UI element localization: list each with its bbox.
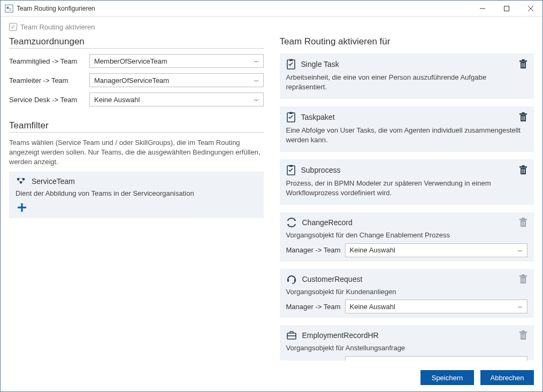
dropdown-value: Keine Auswahl (350, 359, 518, 360)
clipboard-icon (286, 59, 296, 70)
svg-rect-19 (519, 113, 527, 115)
delete-button (519, 330, 527, 340)
activate-team-routing-checkbox: ✓ Team Routing aktivieren (9, 23, 534, 31)
workflow-card-title: Taskpaket (301, 113, 335, 121)
teamfilter-card: ServiceTeam Dient der Abbildung von Team… (9, 172, 264, 219)
delete-button (519, 274, 527, 284)
svg-rect-39 (294, 279, 296, 282)
activate-for-title: Team Routing aktivieren für (280, 36, 534, 47)
chevron-down-icon: ⌄ (251, 98, 261, 102)
svg-rect-12 (522, 59, 525, 60)
svg-rect-41 (519, 275, 527, 277)
chevron-down-icon: ⌄ (515, 305, 525, 309)
delete-button[interactable] (519, 165, 527, 175)
svg-rect-9 (289, 59, 293, 62)
workflow-card-title: ChangeRecord (302, 218, 353, 227)
checkbox-icon: ✓ (9, 23, 17, 31)
workflow-card: Single TaskArbeitseinheit, die eine von … (280, 53, 534, 99)
svg-rect-27 (519, 166, 527, 168)
workflow-card-title: Single Task (301, 60, 339, 68)
manager-team-label: Manager -> Team (286, 359, 345, 360)
team-icon (16, 177, 26, 186)
left-column: Teamzuordnungen Teammitglied -> Team Mem… (9, 36, 264, 360)
dropdown-value: Keine Auswahl (350, 303, 518, 311)
delete-button[interactable] (519, 112, 527, 122)
minimize-button[interactable] (470, 1, 494, 16)
team-assignment-dropdown-2[interactable]: Keine Auswahl ⌄ (89, 93, 264, 106)
team-assignment-label-1: Teamleiter -> Team (9, 76, 89, 84)
manager-team-row: Manager -> TeamKeine Auswahl⌄ (286, 356, 528, 360)
workflow-card-desc: Prozess, der in BPMN Modeler zur spätere… (286, 179, 528, 197)
titlebar: Team Routing konfigurieren (1, 1, 542, 17)
workflow-card-desc: Eine Abfolge von User Tasks, die vom Age… (286, 126, 528, 144)
workflow-card-title: EmploymentRecordHR (302, 331, 379, 340)
workflow-items-list: Single TaskArbeitseinheit, die eine von … (280, 53, 534, 360)
svg-rect-20 (522, 112, 525, 113)
workflow-card: TaskpaketEine Abfolge von User Tasks, di… (280, 106, 534, 152)
workflow-card-desc: Vorgangsobjekt für Anstellungsanfrage (286, 343, 528, 353)
dropdown-value: MemberOfServiceTeam (94, 57, 254, 65)
dropdown-value: ManagerOfServiceTeam (94, 76, 254, 84)
svg-rect-50 (522, 330, 525, 332)
manager-team-row: Manager -> TeamKeine Auswahl⌄ (286, 243, 528, 257)
team-assignments-title: Teamzuordnungen (9, 36, 264, 47)
workflow-card-desc: Vorgangsobjekt für den Change Enablement… (286, 230, 528, 240)
clipboard-icon (286, 165, 296, 175)
manager-team-label: Manager -> Team (286, 303, 345, 311)
team-assignment-row-2: Service Desk -> Team Keine Auswahl ⌄ (9, 93, 264, 106)
divider (9, 132, 264, 133)
delete-button (519, 218, 527, 227)
activate-label: Team Routing aktivieren (20, 23, 95, 31)
svg-rect-42 (522, 274, 525, 275)
close-button[interactable] (518, 1, 542, 16)
teamfilter-card-desc: Dient der Abbildung von Teams in der Ser… (16, 189, 257, 198)
workflow-card-desc: Arbeitseinheit, die eine von einer Perso… (286, 73, 528, 91)
workflow-card-title: Subprocess (301, 166, 341, 174)
svg-rect-11 (519, 60, 527, 62)
svg-rect-2 (504, 6, 509, 11)
workflow-card: SubprocessProzess, der in BPMN Modeler z… (280, 159, 534, 205)
save-button[interactable]: Speichern (420, 370, 474, 385)
teamfilter-title: Teamfilter (9, 120, 264, 131)
delete-button[interactable] (519, 59, 527, 69)
team-assignment-label-0: Teammitglied -> Team (9, 57, 89, 65)
workflow-card-title: CustomerRequest (302, 275, 363, 283)
maximize-button[interactable] (494, 1, 518, 16)
team-assignment-row-0: Teammitglied -> Team MemberOfServiceTeam… (9, 54, 264, 68)
teamfilter-card-title: ServiceTeam (32, 177, 75, 186)
cycle-icon (286, 218, 297, 227)
footer: Speichern Abbrechen (1, 367, 542, 391)
manager-team-dropdown[interactable]: Keine Auswahl⌄ (345, 243, 528, 257)
workflow-card: EmploymentRecordHRVorgangsobjekt für Ans… (280, 325, 534, 360)
dropdown-value: Keine Auswahl (94, 96, 254, 104)
window-title: Team Routing konfigurieren (17, 5, 470, 12)
manager-team-label: Manager -> Team (286, 246, 345, 254)
team-assignment-dropdown-0[interactable]: MemberOfServiceTeam ⌄ (89, 54, 264, 68)
briefcase-icon (286, 330, 297, 340)
divider (9, 48, 264, 49)
chevron-down-icon: ⌄ (515, 248, 525, 252)
team-assignment-row-1: Teamleiter -> Team ManagerOfServiceTeam … (9, 73, 264, 87)
clipboard-icon (286, 112, 296, 122)
workflow-card-desc: Vorgangsobjekt für Kundenanliegen (286, 287, 528, 297)
headset-icon (286, 274, 297, 284)
manager-team-dropdown[interactable]: Keine Auswahl⌄ (345, 299, 528, 313)
workflow-card: ChangeRecordVorgangsobjekt für den Chang… (280, 212, 534, 262)
team-assignment-dropdown-1[interactable]: ManagerOfServiceTeam ⌄ (89, 73, 264, 87)
svg-rect-34 (522, 218, 525, 219)
svg-rect-33 (519, 219, 527, 220)
dropdown-value: Keine Auswahl (350, 246, 518, 254)
svg-rect-25 (289, 165, 293, 167)
workflow-card: CustomerRequestVorgangsobjekt für Kunden… (280, 269, 534, 318)
svg-rect-49 (519, 332, 527, 333)
team-assignment-label-2: Service Desk -> Team (9, 96, 89, 104)
chevron-down-icon: ⌄ (251, 79, 261, 82)
teamfilter-help: Teams wählen (Service Team und / oder Sk… (9, 138, 264, 167)
cancel-button[interactable]: Abbrechen (480, 370, 534, 385)
add-teamfilter-button[interactable] (16, 201, 28, 214)
svg-rect-28 (522, 165, 525, 166)
manager-team-dropdown[interactable]: Keine Auswahl⌄ (345, 356, 528, 360)
svg-rect-38 (287, 279, 289, 282)
chevron-down-icon: ⌄ (251, 59, 261, 63)
window-controls (470, 1, 542, 16)
